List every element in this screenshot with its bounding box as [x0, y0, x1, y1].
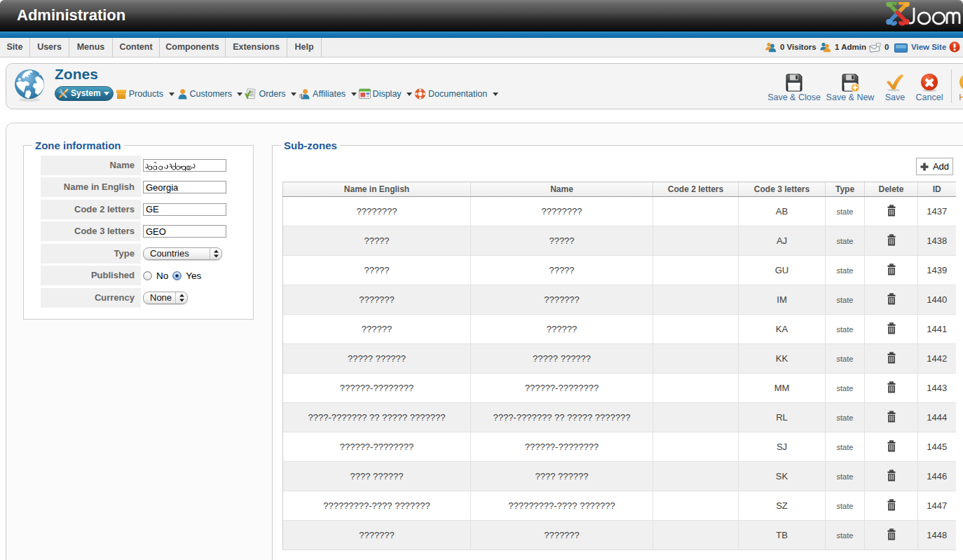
svg-text:$: $: [301, 94, 303, 98]
